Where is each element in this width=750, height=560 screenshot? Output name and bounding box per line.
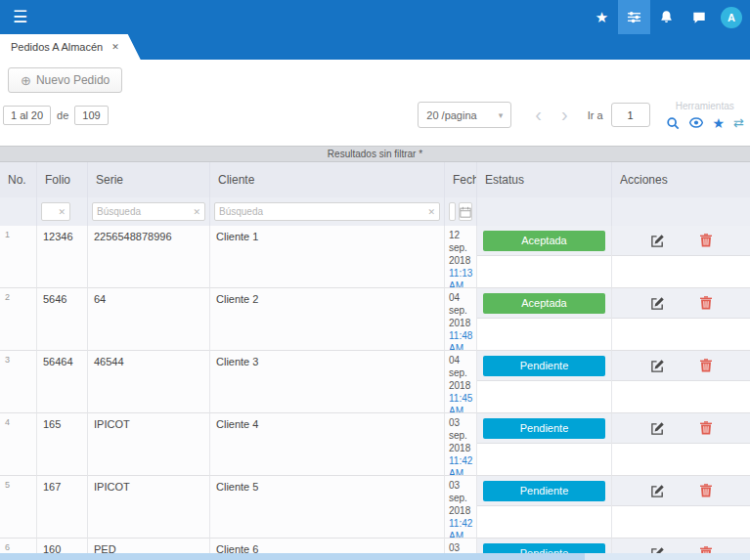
cell-acciones — [612, 226, 750, 288]
cell-estatus: Aceptada — [477, 288, 612, 351]
edit-button[interactable] — [650, 296, 665, 311]
clear-filter-icon[interactable]: ✕ — [58, 207, 66, 217]
horizontal-scrollbar-thumb[interactable] — [0, 553, 585, 560]
fecha-date: 12 sep. 2018 — [449, 230, 470, 266]
acciones-subrow — [612, 506, 750, 538]
estatus-subrow — [477, 444, 611, 475]
cliente-filter-input[interactable] — [219, 206, 424, 217]
table-body: 1 12346 2256548878996 Cliente 1 12 sep. … — [0, 226, 750, 560]
edit-icon — [650, 359, 665, 373]
delete-button[interactable] — [700, 359, 712, 372]
pagination-bar: 1 al 20 de 109 20 /pagina ▾ ‹ › Ir a Her… — [0, 97, 750, 146]
clear-filter-icon[interactable]: ✕ — [193, 207, 200, 217]
clear-filter-icon[interactable]: ✕ — [427, 207, 435, 217]
column-header-fecha[interactable]: Fecha — [445, 162, 477, 197]
topbar-actions: ★ A — [586, 0, 742, 34]
table-row: 5 167 IPICOT Cliente 5 03 sep. 2018 11:4… — [0, 476, 750, 538]
edit-button[interactable] — [650, 484, 665, 498]
goto-page-input[interactable] — [611, 103, 650, 127]
serie-filter-input[interactable] — [97, 206, 190, 217]
results-status-bar: Resultados sin filtrar * — [0, 146, 750, 162]
next-page-button[interactable]: › — [551, 102, 578, 128]
column-header-cliente[interactable]: Cliente — [210, 162, 445, 197]
fecha-date: 03 — [449, 542, 460, 553]
acciones-subrow — [612, 319, 750, 350]
tools-panel: Herramientas ★ ⇄ — [666, 100, 744, 130]
cell-acciones — [612, 476, 750, 538]
refresh-exchange-tool-button[interactable]: ⇄ — [733, 116, 744, 129]
fecha-time: 11:45 AM — [449, 393, 472, 413]
search-tool-button[interactable] — [666, 116, 680, 130]
user-avatar[interactable]: A — [721, 7, 742, 28]
table-row: 2 5646 64 Cliente 2 04 sep. 2018 11:48 A… — [0, 288, 750, 351]
tab-pedidos-a-almacen[interactable]: Pedidos A Almacén ✕ — [0, 34, 141, 60]
column-header-estatus[interactable]: Estatus — [477, 162, 612, 197]
cell-cliente: Cliente 3 — [210, 351, 445, 413]
notifications-button[interactable] — [650, 0, 683, 34]
filter-folio-cell: ✕ — [37, 197, 88, 226]
of-label: de — [57, 109, 68, 121]
cell-serie: 2256548878996 — [88, 226, 210, 288]
cell-estatus: Pendiente — [477, 413, 612, 476]
column-header-serie[interactable]: Serie — [88, 162, 210, 197]
delete-button[interactable] — [700, 484, 712, 497]
fecha-time: 11:48 AM — [449, 330, 472, 351]
column-header-acciones[interactable]: Acciones — [612, 162, 750, 197]
delete-button[interactable] — [700, 234, 712, 247]
status-badge[interactable]: Pendiente — [483, 356, 605, 376]
edit-button[interactable] — [650, 234, 665, 248]
fecha-time: 11:42 AM — [449, 455, 472, 476]
delete-button[interactable] — [700, 296, 712, 310]
folio-filter-input-wrap: ✕ — [41, 202, 70, 221]
messages-button[interactable] — [683, 0, 715, 34]
hamburger-menu-icon[interactable]: ☰ — [13, 9, 27, 25]
status-badge[interactable]: Pendiente — [483, 481, 605, 501]
prev-page-button[interactable]: ‹ — [525, 102, 551, 128]
cell-serie: IPICOT — [88, 413, 210, 476]
bell-icon — [659, 10, 674, 24]
row-number: 3 — [0, 351, 37, 413]
edit-button[interactable] — [650, 421, 665, 436]
page-nav: ‹ › — [525, 102, 577, 128]
preview-tool-button[interactable] — [688, 115, 704, 130]
favorites-star-button[interactable]: ★ — [586, 0, 618, 34]
cell-fecha: 12 sep. 2018 11:13 AM — [445, 226, 477, 288]
tab-label: Pedidos A Almacén — [11, 41, 103, 53]
cell-folio: 165 — [37, 413, 88, 476]
fecha-filter-input[interactable] — [449, 202, 456, 221]
favorite-tool-button[interactable]: ★ — [713, 116, 726, 130]
tab-close-icon[interactable]: ✕ — [111, 42, 119, 52]
filters-button[interactable] — [618, 0, 650, 34]
status-badge[interactable]: Pendiente — [483, 418, 605, 439]
column-header-no[interactable]: No. — [0, 162, 37, 197]
acciones-subrow — [612, 256, 750, 287]
cell-estatus: Aceptada — [477, 226, 612, 288]
cell-fecha: 03 sep. 2018 11:42 AM — [445, 413, 477, 476]
horizontal-scrollbar[interactable] — [0, 553, 750, 560]
status-badge[interactable]: Aceptada — [483, 293, 605, 314]
table-row: 1 12346 2256548878996 Cliente 1 12 sep. … — [0, 226, 750, 288]
star-icon: ★ — [596, 10, 608, 24]
status-badge[interactable]: Aceptada — [483, 231, 605, 251]
folio-filter-input[interactable] — [46, 206, 55, 217]
column-header-folio[interactable]: Folio — [37, 162, 88, 197]
cell-folio: 12346 — [37, 226, 88, 288]
edit-button[interactable] — [650, 359, 665, 373]
filter-acciones-cell — [612, 197, 750, 226]
delete-button[interactable] — [700, 421, 712, 435]
row-number: 4 — [0, 413, 37, 476]
results-status-text: Resultados sin filtrar * — [328, 149, 422, 159]
tools-label: Herramientas — [676, 101, 734, 111]
date-picker-button[interactable] — [459, 202, 472, 221]
page-size-select[interactable]: 20 /pagina ▾ — [418, 102, 511, 128]
filter-fecha-cell — [445, 197, 477, 226]
cell-fecha: 03 sep. 2018 11:42 AM — [445, 476, 477, 538]
cell-cliente: Cliente 2 — [210, 288, 445, 351]
range-box: 1 al 20 — [3, 106, 51, 125]
trash-icon — [700, 296, 712, 310]
acciones-subrow — [612, 444, 750, 475]
new-order-button[interactable]: ⊕ Nuevo Pedido — [8, 67, 122, 93]
cell-serie: 46544 — [88, 351, 210, 413]
edit-icon — [650, 484, 665, 498]
trash-icon — [700, 484, 712, 497]
